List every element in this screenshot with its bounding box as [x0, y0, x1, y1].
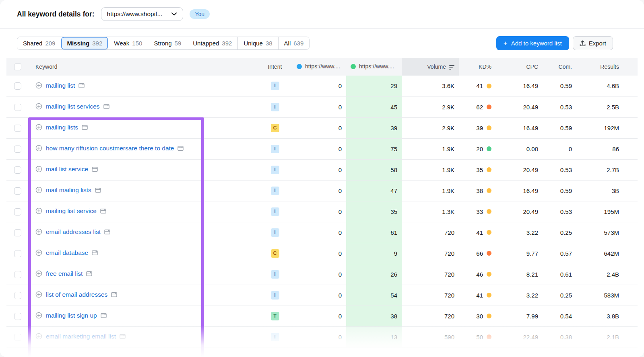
add-keyword-icon[interactable]	[35, 270, 42, 277]
row-checkbox[interactable]	[14, 250, 21, 257]
keyword-link[interactable]: free email list	[46, 270, 83, 277]
tab-unique[interactable]: Unique 38	[238, 37, 278, 49]
add-keyword-icon[interactable]	[35, 291, 42, 298]
serp-icon[interactable]	[104, 229, 110, 235]
select-all-checkbox[interactable]	[14, 63, 21, 70]
you-badge: You	[190, 9, 210, 19]
serp-icon[interactable]	[100, 208, 106, 214]
top-bar: All keyword details for: https://www.sho…	[0, 0, 644, 29]
table-row: email marketing email list I 0 13 590 50…	[6, 326, 638, 347]
add-keyword-icon[interactable]	[35, 124, 42, 131]
column-header-intent[interactable]: Intent	[258, 58, 292, 76]
column-header-site2[interactable]: https://www....	[346, 58, 402, 76]
table-row: mailing list services I 0 45 2.9K 62 20.…	[6, 96, 638, 117]
column-header-keyword[interactable]: Keyword	[29, 58, 258, 76]
results-value: 3.8B	[576, 306, 638, 326]
tab-weak[interactable]: Weak 150	[108, 37, 148, 49]
kd-dot	[487, 334, 491, 339]
keyword-link[interactable]: mail mailing lists	[46, 187, 91, 194]
serp-icon[interactable]	[82, 125, 88, 130]
row-checkbox[interactable]	[14, 208, 21, 215]
serp-icon[interactable]	[78, 83, 85, 88]
add-keyword-icon[interactable]	[35, 145, 42, 152]
keyword-link[interactable]: mailing list services	[46, 103, 100, 110]
com-value: 0	[543, 138, 576, 159]
row-checkbox[interactable]	[14, 334, 21, 341]
column-header-cpc[interactable]: CPC	[496, 58, 543, 76]
row-checkbox[interactable]	[14, 229, 21, 236]
intent-badge: I	[271, 270, 279, 279]
add-keyword-icon[interactable]	[35, 103, 42, 110]
kd-dot	[487, 125, 491, 130]
add-keyword-icon[interactable]	[35, 312, 42, 319]
site2-value: 13	[346, 326, 402, 347]
volume-value: 3.6K	[402, 76, 459, 96]
tab-missing[interactable]: Missing 392	[61, 37, 108, 49]
row-checkbox[interactable]	[14, 104, 21, 111]
serp-icon[interactable]	[111, 292, 117, 298]
row-checkbox[interactable]	[14, 187, 21, 195]
tab-all[interactable]: All 639	[279, 37, 310, 49]
serp-icon[interactable]	[92, 250, 98, 256]
domain-dropdown[interactable]: https://www.shopif...	[101, 7, 184, 21]
tab-strong[interactable]: Strong 59	[148, 37, 187, 49]
row-checkbox[interactable]	[14, 82, 21, 90]
serp-icon[interactable]	[101, 313, 107, 318]
serp-icon[interactable]	[92, 166, 98, 172]
column-header-site1[interactable]: https://www....	[292, 58, 346, 76]
kd-value: 20	[476, 146, 483, 152]
add-keyword-icon[interactable]	[35, 207, 42, 214]
keyword-link[interactable]: list of email addresses	[46, 291, 107, 298]
tab-shared[interactable]: Shared 209	[17, 37, 61, 49]
export-icon	[580, 40, 586, 47]
row-checkbox[interactable]	[14, 271, 21, 278]
row-checkbox[interactable]	[14, 146, 21, 153]
intent-badge: C	[271, 124, 279, 132]
site2-value: 26	[346, 264, 402, 285]
intent-badge: I	[271, 166, 279, 174]
intent-badge: I	[271, 82, 279, 90]
keyword-link[interactable]: how many riffusion coustmersare there to…	[46, 145, 174, 152]
keyword-link[interactable]: mailing list	[46, 82, 75, 89]
column-header-kd[interactable]: KD%	[459, 58, 496, 76]
tab-label: All	[284, 40, 291, 47]
tab-untapped[interactable]: Untapped 392	[187, 37, 238, 49]
serp-icon[interactable]	[178, 146, 184, 151]
row-checkbox[interactable]	[14, 125, 21, 132]
kd-dot	[487, 84, 491, 88]
cpc-value: 16.49	[496, 180, 543, 201]
row-checkbox[interactable]	[14, 166, 21, 174]
keyword-link[interactable]: email database	[46, 249, 88, 256]
column-header-results[interactable]: Results	[576, 58, 638, 76]
add-to-keyword-list-button[interactable]: + Add to keyword list	[496, 36, 569, 50]
serp-icon[interactable]	[120, 334, 126, 339]
keyword-link[interactable]: mail list service	[46, 166, 88, 173]
results-value: 86	[576, 138, 638, 159]
site2-value: 75	[346, 138, 402, 159]
row-checkbox[interactable]	[14, 313, 21, 320]
add-keyword-icon[interactable]	[35, 249, 42, 256]
add-keyword-icon[interactable]	[35, 166, 42, 172]
add-keyword-icon[interactable]	[35, 82, 42, 89]
keyword-link[interactable]: mailing lists	[46, 124, 78, 131]
export-button[interactable]: Export	[573, 36, 613, 50]
keyword-link[interactable]: mailing list sign up	[46, 312, 97, 319]
site2-value: 35	[346, 201, 402, 222]
keyword-link[interactable]: email marketing email list	[46, 333, 116, 340]
keyword-link[interactable]: email addresses list	[46, 228, 101, 236]
column-header-com[interactable]: Com.	[543, 58, 576, 76]
plus-icon: +	[504, 40, 508, 47]
keyword-link[interactable]: mailing list service	[46, 207, 97, 215]
add-keyword-icon[interactable]	[35, 187, 42, 193]
site2-value: 47	[346, 180, 402, 201]
tab-label: Shared	[23, 40, 42, 47]
serp-icon[interactable]	[95, 187, 101, 193]
serp-icon[interactable]	[86, 271, 92, 277]
add-keyword-icon[interactable]	[35, 333, 42, 340]
row-checkbox[interactable]	[14, 292, 21, 299]
column-header-volume[interactable]: Volume	[402, 58, 459, 76]
serp-icon[interactable]	[103, 104, 109, 109]
add-keyword-icon[interactable]	[35, 228, 42, 235]
tab-count: 38	[266, 40, 272, 47]
volume-value: 1.9K	[402, 180, 459, 201]
